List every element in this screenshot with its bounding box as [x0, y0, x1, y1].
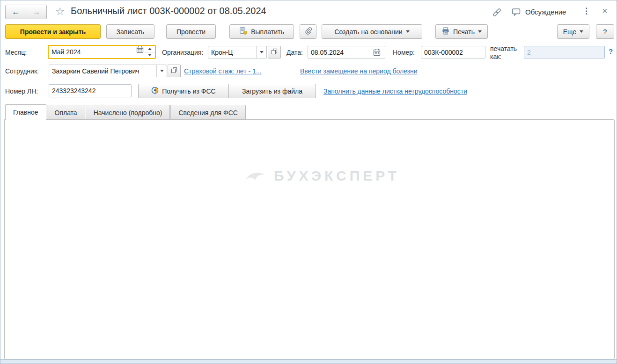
organization-label: Организация: — [162, 49, 203, 56]
number-label: Номер: — [393, 49, 415, 56]
month-label: Месяц: — [5, 49, 27, 56]
open-form-icon — [271, 48, 278, 57]
tab-bar: Главное Оплата Начислено (подробно) Свед… — [5, 104, 246, 120]
post-button[interactable]: Провести — [166, 24, 216, 39]
paperclip-icon — [304, 27, 312, 36]
chevron-down-icon — [478, 30, 482, 33]
window-bottom-edge — [0, 359, 617, 364]
organization-open-button[interactable] — [268, 46, 281, 58]
date-label: Дата: — [286, 49, 303, 56]
forward-icon[interactable]: → — [26, 5, 46, 19]
dropdown-arrow-icon[interactable] — [256, 46, 266, 58]
page-title: Больничный лист 003К-000002 от 08.05.202… — [71, 6, 266, 16]
close-icon[interactable]: × — [602, 6, 608, 16]
copy-link-icon[interactable] — [492, 7, 502, 17]
more-button[interactable]: Еще — [557, 24, 589, 39]
spinner-down-icon[interactable] — [144, 52, 155, 58]
tab-content-panel — [4, 119, 615, 359]
sick-list-number-field[interactable]: 243323243242 — [49, 84, 132, 97]
calendar-icon[interactable] — [372, 46, 382, 58]
load-from-file-button[interactable]: Загрузить из файла — [228, 84, 316, 98]
discussion-label[interactable]: Обсуждение — [525, 8, 566, 16]
fill-data-link[interactable]: Заполнить данные листка нетрудоспособнос… — [323, 87, 467, 95]
sick-leave-document-window: ← → ☆ Больничный лист 003К-000002 от 08.… — [0, 0, 617, 364]
nav-history-group: ← → — [5, 5, 47, 19]
print-as-help[interactable]: ? — [609, 47, 613, 55]
chevron-down-icon — [580, 30, 583, 33]
tab-nachisleno-podrobno[interactable]: Начислено (подробно) — [86, 105, 170, 120]
help-button[interactable]: ? — [596, 24, 614, 39]
pay-button[interactable]: Выплатить — [229, 24, 294, 39]
employee-combo[interactable]: Захаркин Савелий Петрович — [49, 65, 167, 77]
get-from-fss-button[interactable]: Получить из ФСС — [138, 84, 229, 98]
more-vertical-icon[interactable]: ⋮ — [582, 6, 590, 16]
organization-combo[interactable]: Крон-Ц — [208, 46, 267, 58]
month-value: Май 2024 — [49, 46, 136, 58]
chevron-down-icon — [406, 30, 410, 33]
month-field[interactable]: Май 2024 — [48, 45, 156, 59]
spinner-up-icon[interactable] — [144, 46, 155, 52]
print-as-label: печатать как: — [490, 45, 517, 61]
number-field[interactable]: 003К-000002 — [421, 46, 485, 58]
print-button[interactable]: Печать — [435, 24, 488, 39]
employee-label: Сотрудник: — [5, 67, 39, 75]
calendar-icon[interactable] — [136, 46, 144, 58]
pay-icon — [239, 27, 248, 36]
print-icon — [441, 27, 450, 36]
discussion-icon[interactable] — [512, 8, 521, 16]
dropdown-arrow-icon[interactable] — [156, 65, 167, 77]
insurance-record-link[interactable]: Страховой стаж: лет - 1... — [184, 67, 261, 75]
favorite-star-icon[interactable]: ☆ — [55, 5, 65, 18]
create-based-on-button[interactable]: Создать на основании — [322, 24, 422, 39]
post-and-close-button[interactable]: Провести и закрыть — [5, 24, 101, 39]
attach-button[interactable] — [300, 24, 316, 39]
fss-icon — [151, 87, 159, 95]
month-spinner — [144, 46, 155, 58]
replacement-link[interactable]: Ввести замещение на период болезни — [300, 67, 418, 75]
tab-oplata[interactable]: Оплата — [47, 105, 85, 120]
back-icon[interactable]: ← — [6, 5, 26, 19]
sick-list-number-label: Номер ЛН: — [5, 87, 38, 95]
tab-glavnoe[interactable]: Главное — [5, 104, 46, 120]
employee-open-button[interactable] — [168, 65, 181, 77]
open-form-icon — [171, 67, 177, 75]
date-field[interactable]: 08.05.2024 — [308, 46, 385, 58]
print-as-field: 2 — [524, 46, 605, 58]
write-button[interactable]: Записать — [106, 24, 154, 39]
tab-svedeniya-fss[interactable]: Сведения для ФСС — [170, 105, 246, 120]
